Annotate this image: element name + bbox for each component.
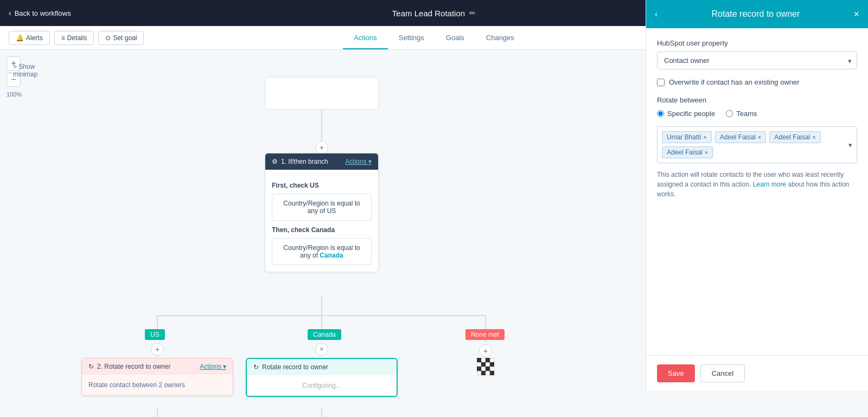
workflow-title: Team Lead Rotation ✏: [392, 9, 476, 18]
zoom-level: 100%: [7, 91, 22, 98]
alerts-icon: 🔔: [16, 34, 24, 42]
back-to-workflows-button[interactable]: ‹ Back to workflows: [9, 9, 71, 17]
first-check-value: US: [310, 182, 319, 189]
plus-button-us[interactable]: +: [151, 343, 164, 356]
then-check-label: Then, check Canada: [272, 226, 372, 234]
branch-us-label[interactable]: US: [145, 329, 165, 340]
rotate-action-2-body: Configuring...: [247, 375, 397, 396]
tag-1-remove[interactable]: ×: [703, 134, 706, 140]
overwrite-checkbox[interactable]: [657, 79, 665, 86]
teams-option[interactable]: Teams: [726, 110, 757, 118]
workflow-title-text: Team Lead Rotation: [392, 9, 465, 18]
tab-actions[interactable]: Actions: [343, 27, 388, 49]
save-button[interactable]: Save: [657, 364, 695, 382]
node-actions-button[interactable]: Actions ▾: [345, 158, 372, 165]
minimap-toggle[interactable]: > Show minimap: [13, 63, 37, 78]
radio-group: Specific people Teams: [657, 110, 857, 118]
branch-icon: ⚙: [272, 158, 278, 165]
if-then-branch-node: ⚙ 1. If/then branch Actions ▾ First, che…: [265, 153, 379, 272]
panel-header: ‹ Rotate record to owner ×: [646, 0, 868, 28]
node-title: ⚙ 1. If/then branch: [272, 158, 328, 165]
overwrite-checkbox-row: Overwrite if contact has an existing own…: [657, 78, 857, 86]
canvas-area: > Show minimap + − 100%: [0, 50, 646, 417]
rotate-action-1-node: ↻ 2. Rotate record to owner Actions ▾ Ro…: [81, 358, 233, 396]
tag-4-remove[interactable]: ×: [705, 149, 708, 156]
rotate-action-1-actions[interactable]: Actions ▾: [200, 363, 226, 370]
tag-2-remove[interactable]: ×: [758, 134, 761, 140]
right-panel: ‹ Rotate record to owner × HubSpot user …: [646, 0, 868, 391]
rotate-action-1-header: ↻ 2. Rotate record to owner Actions ▾: [82, 358, 233, 375]
branch-none-label[interactable]: None met: [465, 329, 505, 340]
condition2-value: Canada: [320, 252, 343, 259]
contact-owner-select-wrapper: Contact owner ▾: [657, 52, 857, 69]
top-placeholder-node: [265, 77, 379, 110]
tag-3-remove[interactable]: ×: [812, 134, 815, 140]
panel-title: Rotate record to owner: [712, 9, 800, 19]
first-check-label: First, check US: [272, 182, 372, 189]
rotate-icon-2: ↻: [253, 363, 259, 371]
edit-title-icon[interactable]: ✏: [469, 9, 476, 17]
then-check-value: Canada: [311, 226, 335, 234]
tab-settings[interactable]: Settings: [388, 27, 435, 49]
rotate-action-2-header: ↻ Rotate record to owner: [247, 359, 397, 375]
layout-wrapper: > Show minimap + − 100%: [0, 50, 868, 417]
panel-body: HubSpot user property Contact owner ▾ Ov…: [646, 28, 868, 355]
condition-box-1: Country/Region is equal to any of US: [272, 194, 372, 221]
details-button[interactable]: ≡ Details: [54, 31, 94, 45]
info-text: This action will rotate contacts to the …: [657, 170, 857, 199]
node-header: ⚙ 1. If/then branch Actions ▾: [265, 153, 378, 170]
panel-close-button[interactable]: ×: [853, 9, 859, 20]
back-label: Back to workflows: [15, 9, 71, 17]
tag-3: Adeel Faisal ×: [769, 131, 820, 143]
set-goal-button[interactable]: ⊙ Set goal: [98, 31, 144, 45]
tab-goals[interactable]: Goals: [435, 27, 475, 49]
alerts-button[interactable]: 🔔 Alerts: [9, 31, 50, 45]
panel-back-button[interactable]: ‹: [655, 9, 658, 19]
panel-footer: Save Cancel: [646, 355, 868, 391]
rotate-action-2-title: ↻ Rotate record to owner: [253, 363, 328, 371]
sub-nav-tabs: Actions Settings Goals Changes: [292, 27, 576, 49]
sub-nav-left: 🔔 Alerts ≡ Details ⊙ Set goal: [9, 31, 292, 45]
tab-changes[interactable]: Changes: [475, 27, 525, 49]
tag-2: Adeel Faisal ×: [715, 131, 766, 143]
x-button-canada[interactable]: ×: [315, 343, 328, 356]
contact-owner-select[interactable]: Contact owner: [657, 52, 857, 69]
tag-4: Adeel Faisal ×: [662, 146, 713, 158]
node-body: First, check US Country/Region is equal …: [265, 170, 378, 272]
tags-container: Umar Bhatti × Adeel Faisal × Adeel Faisa…: [657, 126, 857, 163]
rotate-between-label: Rotate between: [657, 96, 857, 104]
teams-radio[interactable]: [726, 110, 733, 117]
cancel-button[interactable]: Cancel: [700, 364, 745, 382]
condition-box-2: Country/Region is equal to any of Canada: [272, 238, 372, 265]
rotate-action-1-body: Rotate contact between 2 owners: [82, 375, 233, 395]
learn-more-link[interactable]: Learn more: [753, 181, 786, 188]
specific-people-label: Specific people: [667, 110, 715, 118]
rotate-icon-1: ↻: [88, 363, 94, 370]
details-icon: ≡: [61, 34, 65, 42]
none-met-checker: [477, 358, 494, 375]
plus-button-none[interactable]: +: [479, 344, 492, 357]
chevron-left-icon: ‹: [9, 9, 11, 17]
goal-icon: ⊙: [105, 34, 111, 42]
rotate-action-2-node: ↻ Rotate record to owner Configuring...: [246, 358, 398, 397]
tags-dropdown-arrow-icon[interactable]: ▾: [848, 141, 852, 149]
plus-button-top[interactable]: +: [315, 141, 328, 154]
overwrite-label: Overwrite if contact has an existing own…: [669, 78, 800, 86]
specific-people-option[interactable]: Specific people: [657, 110, 715, 118]
hubspot-user-property-label: HubSpot user property: [657, 39, 857, 47]
specific-people-radio[interactable]: [657, 110, 664, 117]
branch-canada-label[interactable]: Canada: [308, 329, 341, 340]
rotate-action-1-title: ↻ 2. Rotate record to owner: [88, 363, 170, 370]
teams-label: Teams: [736, 110, 757, 118]
tag-1: Umar Bhatti ×: [662, 131, 712, 143]
